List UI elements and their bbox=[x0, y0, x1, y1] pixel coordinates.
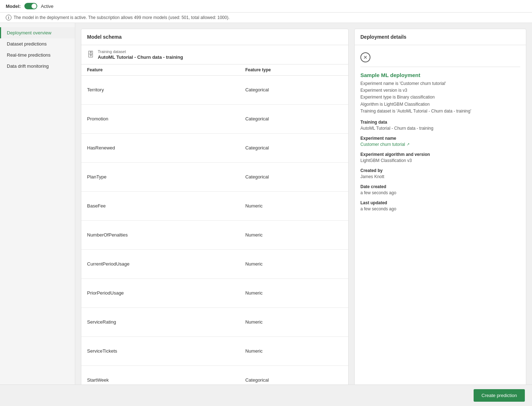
sidebar-item-real-time-predictions[interactable]: Real-time predictions bbox=[0, 49, 75, 61]
feature-type-cell: Numeric bbox=[240, 249, 348, 278]
feature-name-cell: Promotion bbox=[81, 104, 240, 133]
feature-type-cell: Numeric bbox=[240, 220, 348, 249]
database-icon: 🗄 bbox=[87, 51, 94, 59]
bottom-bar: Create prediction bbox=[0, 384, 532, 406]
create-prediction-button[interactable]: Create prediction bbox=[474, 389, 525, 402]
table-row: ServiceTicketsNumeric bbox=[81, 336, 348, 366]
info-bar: i The model in the deployment is active.… bbox=[0, 13, 532, 23]
detail-section-value: LightGBM Classification v3 bbox=[360, 158, 520, 163]
main-container: Deployment overview Dataset predictions … bbox=[0, 23, 532, 400]
feature-name-cell: Territory bbox=[81, 76, 240, 105]
deployment-details-content: ✕ Sample ML deployment Experiment name i… bbox=[355, 45, 526, 394]
feature-name-cell: PriorPeriodUsage bbox=[81, 278, 240, 307]
feature-table: Feature Feature type TerritoryCategorica… bbox=[81, 65, 348, 394]
table-row: NumberOfPenaltiesNumeric bbox=[81, 220, 348, 249]
table-row: TerritoryCategorical bbox=[81, 76, 348, 105]
table-row: CurrentPeriodUsageNumeric bbox=[81, 249, 348, 278]
training-dataset-label: Training dataset bbox=[98, 49, 183, 54]
table-row: HasRenewedCategorical bbox=[81, 133, 348, 162]
desc-line-3: Experiment type is Binary classification bbox=[360, 94, 520, 101]
training-dataset-section: 🗄 Training dataset AutoML Tutorial - Chu… bbox=[81, 45, 348, 65]
feature-type-col-header: Feature type bbox=[240, 65, 348, 76]
detail-section-label: Experiment algorithm and version bbox=[360, 152, 520, 157]
feature-type-cell: Numeric bbox=[240, 307, 348, 336]
feature-name-cell: PlanType bbox=[81, 162, 240, 191]
content-area: Model schema 🗄 Training dataset AutoML T… bbox=[75, 23, 532, 400]
detail-section: Last updateda few seconds ago bbox=[360, 200, 520, 211]
detail-section-label: Last updated bbox=[360, 200, 520, 205]
detail-section-label: Created by bbox=[360, 168, 520, 173]
feature-name-cell: CurrentPeriodUsage bbox=[81, 249, 240, 278]
detail-section: Date createda few seconds ago bbox=[360, 184, 520, 195]
sidebar-item-label: Deployment overview bbox=[7, 30, 51, 35]
deployment-sections: Training dataAutoML Tutorial - Churn dat… bbox=[360, 120, 520, 211]
sidebar-item-dataset-predictions[interactable]: Dataset predictions bbox=[0, 38, 75, 49]
detail-section-label: Date created bbox=[360, 184, 520, 189]
model-schema-header: Model schema bbox=[81, 29, 348, 45]
detail-section: Training dataAutoML Tutorial - Churn dat… bbox=[360, 120, 520, 131]
model-toggle[interactable] bbox=[24, 3, 37, 9]
sidebar-item-data-drift-monitoring[interactable]: Data drift monitoring bbox=[0, 61, 75, 72]
desc-line-1: Experiment name is 'Customer churn tutor… bbox=[360, 80, 520, 87]
active-status: Active bbox=[41, 4, 53, 9]
info-message: The model in the deployment is active. T… bbox=[14, 15, 230, 20]
table-row: ServiceRatingNumeric bbox=[81, 307, 348, 336]
feature-name-cell: HasRenewed bbox=[81, 133, 240, 162]
deployment-title: Sample ML deployment bbox=[360, 72, 520, 78]
table-row: BaseFeeNumeric bbox=[81, 191, 348, 220]
feature-name-cell: BaseFee bbox=[81, 191, 240, 220]
cancel-icon: ✕ bbox=[360, 52, 370, 62]
table-row: PromotionCategorical bbox=[81, 104, 348, 133]
feature-name-cell: NumberOfPenalties bbox=[81, 220, 240, 249]
feature-col-header: Feature bbox=[81, 65, 240, 76]
detail-section: Experiment nameCustomer churn tutorial↗ bbox=[360, 136, 520, 147]
sidebar: Deployment overview Dataset predictions … bbox=[0, 23, 75, 400]
external-link-icon: ↗ bbox=[407, 142, 409, 146]
table-row: PlanTypeCategorical bbox=[81, 162, 348, 191]
training-dataset-info: Training dataset AutoML Tutorial - Churn… bbox=[98, 49, 183, 60]
feature-type-cell: Numeric bbox=[240, 278, 348, 307]
detail-section-value: AutoML Tutorial - Churn data - training bbox=[360, 126, 520, 131]
desc-line-2: Experiment version is v3 bbox=[360, 87, 520, 94]
feature-type-cell: Numeric bbox=[240, 336, 348, 366]
sidebar-item-label: Real-time predictions bbox=[7, 52, 51, 58]
deployment-details-header: Deployment details bbox=[355, 29, 526, 45]
detail-section-label: Experiment name bbox=[360, 136, 520, 141]
feature-type-cell: Categorical bbox=[240, 104, 348, 133]
detail-section-label: Training data bbox=[360, 120, 520, 125]
desc-line-4: Algorithm is LightGBM Classification bbox=[360, 101, 520, 108]
table-row: PriorPeriodUsageNumeric bbox=[81, 278, 348, 307]
feature-type-cell: Categorical bbox=[240, 162, 348, 191]
top-bar: Model: Active bbox=[0, 0, 532, 13]
sidebar-item-label: Dataset predictions bbox=[7, 41, 47, 47]
feature-type-cell: Categorical bbox=[240, 76, 348, 105]
model-label: Model: bbox=[6, 4, 21, 9]
feature-name-cell: ServiceTickets bbox=[81, 336, 240, 366]
model-schema-panel: Model schema 🗄 Training dataset AutoML T… bbox=[81, 29, 349, 395]
sidebar-item-deployment-overview[interactable]: Deployment overview bbox=[0, 27, 75, 38]
feature-type-cell: Numeric bbox=[240, 191, 348, 220]
training-dataset-name: AutoML Tutorial - Churn data - training bbox=[98, 54, 183, 60]
detail-description: Experiment name is 'Customer churn tutor… bbox=[360, 80, 520, 115]
desc-line-5: Training dataset is 'AutoML Tutorial - C… bbox=[360, 108, 520, 115]
detail-section-value: a few seconds ago bbox=[360, 206, 520, 211]
sidebar-item-label: Data drift monitoring bbox=[7, 63, 49, 69]
info-icon: i bbox=[6, 15, 11, 20]
detail-section: Created byJames Knott bbox=[360, 168, 520, 179]
detail-section-value: James Knott bbox=[360, 174, 520, 179]
detail-section: Experiment algorithm and versionLightGBM… bbox=[360, 152, 520, 163]
detail-section-value: a few seconds ago bbox=[360, 190, 520, 195]
deployment-details-panel: Deployment details ✕ Sample ML deploymen… bbox=[354, 29, 526, 395]
feature-type-cell: Categorical bbox=[240, 133, 348, 162]
x-icon-container: ✕ bbox=[360, 51, 520, 67]
detail-section-link[interactable]: Customer churn tutorial↗ bbox=[360, 142, 520, 147]
feature-name-cell: ServiceRating bbox=[81, 307, 240, 336]
